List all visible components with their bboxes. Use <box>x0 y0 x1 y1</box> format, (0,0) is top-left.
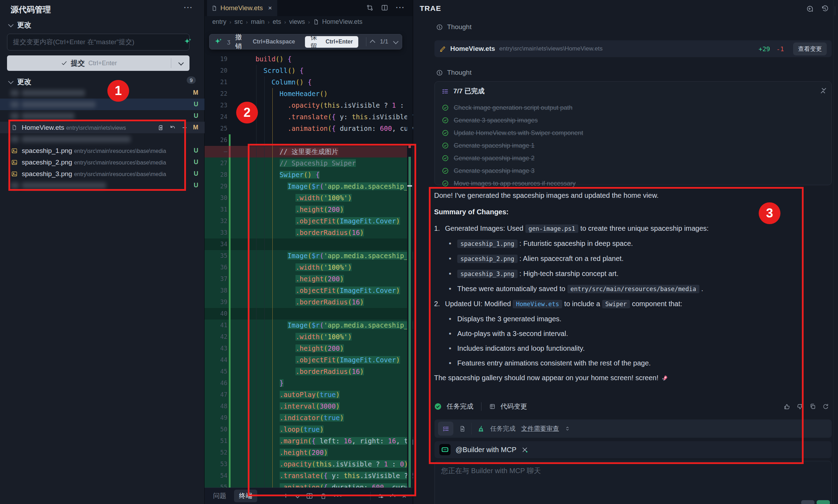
breadcrumb-item[interactable]: views <box>289 18 305 26</box>
panel-more-icon[interactable]: ··· <box>266 492 274 500</box>
changed-file-card[interactable]: HomeView.ets entry\src\main\ets\views\Ho… <box>434 40 832 57</box>
changes-file-row[interactable]: U <box>0 180 205 191</box>
todo-list-button[interactable] <box>438 422 453 436</box>
breadcrumb-item[interactable]: entry <box>212 18 226 26</box>
code-line[interactable]: 20 Scroll() { <box>205 65 413 76</box>
code-line[interactable]: 41 Image($r('app.media.spaceship_3')) <box>205 320 413 331</box>
editor-more-icon[interactable]: ··· <box>396 4 405 12</box>
terminal-dropdown-icon[interactable] <box>295 493 300 498</box>
agent-context-card[interactable]: @Builder with MCP <box>434 441 832 458</box>
new-chat-icon[interactable] <box>806 5 813 13</box>
panel-close-icon[interactable]: × <box>402 492 406 500</box>
tab-homeview[interactable]: HomeView.ets × <box>207 0 277 16</box>
code-line[interactable]: 52 .height(200) <box>205 447 413 458</box>
code-line[interactable]: 34 <box>205 238 413 250</box>
code-line[interactable]: 44 .objectFit(ImageFit.Cover) <box>205 354 413 366</box>
commit-message-input[interactable] <box>7 34 189 51</box>
commit-button[interactable]: 提交 Ctrl+Enter <box>7 55 189 71</box>
breadcrumb-item[interactable]: ets <box>273 18 281 26</box>
commit-dropdown-button[interactable] <box>171 61 189 65</box>
panel-maximize-icon[interactable] <box>390 494 395 499</box>
code-line[interactable]: 50 .loop(true) <box>205 424 413 435</box>
chat-input[interactable] <box>435 461 831 504</box>
code-line[interactable]: 26 <box>205 134 413 146</box>
refresh-icon[interactable] <box>822 403 829 410</box>
commit-button-main[interactable]: 提交 Ctrl+Enter <box>7 59 171 68</box>
code-line[interactable]: 27 // Spaceship Swiper <box>205 157 413 169</box>
collapse-icon[interactable] <box>822 87 825 94</box>
changes-tree-header[interactable]: 更改 <box>8 77 31 87</box>
code-line[interactable]: 48 .interval(3000) <box>205 401 413 412</box>
open-file-icon[interactable] <box>158 125 164 131</box>
thumbs-down-icon[interactable] <box>797 403 803 410</box>
code-line[interactable]: 22 HomeHeader() <box>205 88 413 100</box>
breadcrumb-item[interactable]: HomeView.ets <box>322 18 363 26</box>
ai-sparkle-icon[interactable] <box>184 38 192 46</box>
changes-file-row[interactable]: spaceship_1.png entry\src\main\resources… <box>0 145 205 156</box>
changes-file-row[interactable] <box>0 133 205 145</box>
new-terminal-icon[interactable]: + <box>284 491 288 500</box>
file-plus-icon[interactable] <box>459 425 466 432</box>
code-line[interactable]: 47 .autoPlay(true) <box>205 389 413 401</box>
overview-ruler[interactable] <box>407 53 413 488</box>
code-line[interactable]: 55 .animation({ duration: 600, curve <box>205 482 413 488</box>
code-line[interactable]: 21 Column() { <box>205 76 413 88</box>
code-line[interactable]: 43 .height(200) <box>205 343 413 354</box>
code-line[interactable]: 33 .borderRadius(16) <box>205 227 413 238</box>
undo-button[interactable]: 撤销 <box>235 33 248 51</box>
thumbs-up-icon[interactable] <box>784 403 790 410</box>
changes-file-row[interactable]: U <box>0 110 205 122</box>
code-editor[interactable]: 19 build() {20 Scroll() {21 Column() {22… <box>205 53 413 488</box>
code-line[interactable]: 39 .borderRadius(16) <box>205 296 413 308</box>
thought-row[interactable]: Thought <box>436 23 472 31</box>
code-line[interactable]: 32 .objectFit(ImageFit.Cover) <box>205 215 413 227</box>
discard-changes-icon[interactable] <box>169 125 176 131</box>
next-change-icon[interactable] <box>393 39 398 44</box>
tab-terminal[interactable]: 终端 <box>234 490 257 502</box>
breadcrumb-item[interactable]: src <box>234 18 243 26</box>
code-line[interactable]: 49 .indicator(true) <box>205 412 413 424</box>
changes-file-row[interactable]: M <box>0 87 205 99</box>
code-line[interactable]: 24 .translate({ y: this.isVisible ? 50 :… <box>205 111 413 123</box>
review-files-link[interactable]: 文件需要审查 <box>521 424 559 433</box>
code-line[interactable]: 54 .translate({ y: this.isVisible ? 50 :… <box>205 470 413 482</box>
copy-icon[interactable] <box>810 403 816 410</box>
code-line[interactable]: 30 .width('100%') <box>205 192 413 204</box>
code-line[interactable]: 40 <box>205 308 413 320</box>
code-line[interactable]: 25 .animation({ duration: 600, curve <box>205 123 413 134</box>
send-button[interactable] <box>817 500 830 504</box>
prev-change-icon[interactable] <box>370 40 375 45</box>
split-editor-icon[interactable] <box>381 4 388 11</box>
keep-button[interactable]: 保留 Ctrl+Enter <box>305 36 359 48</box>
trash-icon[interactable] <box>320 493 327 499</box>
thought-row[interactable]: Thought <box>436 69 472 76</box>
code-line[interactable]: 37 .height(200) <box>205 273 413 285</box>
code-line[interactable]: 23 .opacity(this.isVisible ? 1 : 0) <box>205 100 413 111</box>
history-icon[interactable] <box>821 5 829 13</box>
changes-file-row[interactable]: HomeView.ets entry\src\main\ets\viewsM <box>0 122 205 133</box>
code-line[interactable]: 38 .objectFit(ImageFit.Cover) <box>205 285 413 296</box>
panel-scrollbar-edge[interactable] <box>833 0 834 504</box>
changes-file-row[interactable]: U <box>0 99 205 110</box>
split-terminal-icon[interactable] <box>306 492 313 499</box>
code-line[interactable]: 53 .opacity(this.isVisible ? 1 : 0) <box>205 458 413 470</box>
changes-file-row[interactable]: spaceship_2.png entry\src\main\resources… <box>0 156 205 168</box>
code-line[interactable]: 31 .height(200) <box>205 204 413 215</box>
code-line[interactable]: 46 } <box>205 377 413 389</box>
updown-icon[interactable] <box>565 426 570 431</box>
sidebar-more-icon[interactable]: ··· <box>184 4 193 12</box>
breadcrumb[interactable]: entry›src›main›ets›views›HomeView.ets <box>212 18 363 26</box>
view-changes-button[interactable]: 查看变更 <box>793 42 827 55</box>
terminal-more-icon[interactable]: ··· <box>334 492 343 500</box>
tab-problems[interactable]: 问题 <box>213 491 226 500</box>
secondary-send-button[interactable] <box>801 500 814 504</box>
stage-changes-icon[interactable] <box>181 125 188 131</box>
git-compare-icon[interactable] <box>366 4 373 11</box>
code-line[interactable]: 28 Swiper() { <box>205 169 413 181</box>
code-line[interactable]: – // 这里要生成图片 <box>205 146 413 157</box>
tab-close-icon[interactable]: × <box>268 4 272 12</box>
code-line[interactable]: 35 Image($r('app.media.spaceship_2')) <box>205 250 413 262</box>
code-line[interactable]: 51 .margin({ left: 16, right: 16, top: 1… <box>205 435 413 447</box>
code-line[interactable]: 19 build() { <box>205 53 413 65</box>
code-line[interactable]: 36 .width('100%') <box>205 262 413 273</box>
